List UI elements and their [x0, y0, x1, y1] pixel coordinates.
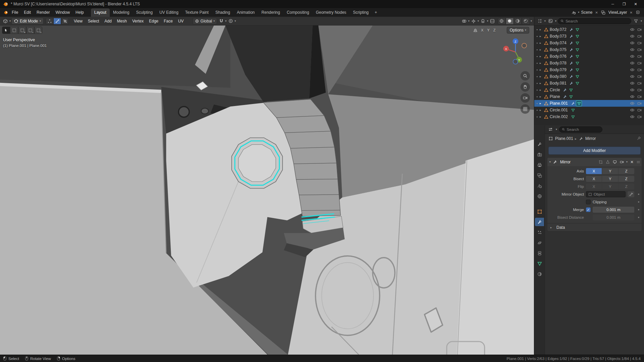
material-preview-button[interactable] [514, 18, 522, 24]
menu-window[interactable]: Window [53, 9, 72, 16]
workspace-tab-layout[interactable]: Layout [91, 8, 110, 17]
expand-chevron-icon[interactable]: ▸ [540, 95, 543, 98]
menu-mesh[interactable]: Mesh [115, 18, 129, 24]
outliner-row[interactable]: ▸Body.081 [534, 80, 644, 87]
object-name[interactable]: Plane.001 [550, 101, 568, 106]
toggle-perspective-grid-button[interactable] [521, 104, 530, 114]
object-name[interactable]: Body.078 [550, 61, 566, 65]
object-name[interactable]: Body.074 [550, 41, 566, 45]
axis-x-toggle[interactable]: X [480, 28, 485, 33]
properties-tab-tool[interactable] [535, 140, 544, 148]
workspace-tab-uv-editing[interactable]: UV Editing [156, 8, 182, 17]
breadcrumb-modifier-name[interactable]: Mirror [585, 136, 596, 141]
workspace-tab-texture-paint[interactable]: Texture Paint [182, 8, 212, 17]
solid-shading-button[interactable] [506, 18, 514, 24]
outliner-row[interactable]: ▸Body.078 [534, 60, 644, 66]
gizmos-toggle-icon[interactable] [470, 18, 477, 24]
modifier-wrench-icon[interactable] [569, 40, 574, 46]
pin-icon[interactable] [637, 136, 641, 141]
expand-chevron-icon[interactable]: ▸ [540, 108, 543, 112]
disable-render-camera-icon[interactable] [637, 54, 642, 59]
mode-dropdown[interactable]: Edit Mode ▾ [11, 18, 44, 24]
mesh-data-icon[interactable] [575, 54, 580, 59]
show-in-viewport-icon[interactable] [612, 159, 617, 165]
modifier-wrench-icon[interactable] [569, 47, 574, 52]
scene-dropdown-chevron-icon[interactable]: ▾ [578, 11, 579, 14]
disable-render-camera-icon[interactable] [637, 101, 642, 106]
selectability-visibility-icon[interactable] [461, 18, 467, 24]
hide-eye-icon[interactable] [630, 34, 635, 39]
modifier-wrench-icon[interactable] [569, 81, 574, 86]
menu-render[interactable]: Render [34, 9, 52, 16]
expand-chevron-icon[interactable]: ▸ [540, 102, 543, 105]
disable-render-camera-icon[interactable] [637, 60, 642, 66]
axis-x-button[interactable]: X [586, 168, 602, 174]
mesh-data-icon[interactable] [575, 74, 580, 79]
outliner-row-active[interactable]: ▸Plane.001 [534, 100, 644, 107]
filter-funnel-icon[interactable] [633, 18, 639, 24]
hide-eye-icon[interactable] [630, 81, 635, 86]
overlays-toggle-icon[interactable] [480, 18, 486, 24]
select-box-extend-button[interactable]: + [18, 27, 26, 34]
zoom-button[interactable] [521, 71, 530, 81]
wireframe-shading-button[interactable] [498, 18, 506, 24]
axis-z-button[interactable]: Z [618, 168, 634, 174]
properties-tab-particles[interactable] [535, 228, 544, 237]
flip-x-button[interactable]: X [586, 184, 602, 190]
modifier-wrench-icon[interactable] [569, 60, 574, 66]
snap-chevron-icon[interactable]: ▾ [225, 20, 227, 22]
outliner-row[interactable]: ▸Body.073 [534, 33, 644, 40]
clipping-label[interactable]: Clipping [593, 200, 607, 204]
modifier-wrench-icon[interactable] [569, 34, 574, 39]
properties-search-input[interactable] [567, 127, 600, 132]
hide-eye-icon[interactable] [630, 47, 635, 52]
disable-render-camera-icon[interactable] [637, 81, 642, 86]
menu-file[interactable]: File [9, 9, 21, 16]
show-on-cage-icon[interactable] [598, 159, 603, 165]
menu-view[interactable]: View [71, 18, 85, 24]
mirror-object-field[interactable]: Object [586, 191, 626, 197]
menu-uv[interactable]: UV [176, 18, 186, 24]
editor-type-chevron-icon[interactable]: ▾ [9, 20, 11, 22]
navigation-gizmo[interactable]: Z X Y [501, 37, 530, 66]
object-name[interactable]: Circle.002 [550, 114, 568, 119]
modifier-panel-header[interactable]: ▾ Mirror ▾ ✕ [547, 158, 642, 166]
disable-render-camera-icon[interactable] [637, 67, 642, 72]
object-name[interactable]: Plane [550, 94, 560, 99]
modifier-wrench-icon[interactable] [562, 87, 568, 93]
outliner-row[interactable]: ▸Body.080 [534, 73, 644, 80]
outliner-row[interactable]: ▸Body.079 [534, 66, 644, 73]
object-name[interactable]: Body.072 [550, 27, 566, 32]
outliner-row[interactable]: ▸Plane [534, 93, 644, 100]
properties-tab-constraints[interactable] [535, 249, 544, 257]
modifier-wrench-icon[interactable] [562, 94, 568, 99]
menu-edge[interactable]: Edge [147, 18, 161, 24]
mesh-data-icon[interactable] [568, 94, 574, 99]
object-name[interactable]: Body.079 [550, 67, 566, 72]
close-button[interactable]: ✕ [630, 0, 641, 8]
disable-render-camera-icon[interactable] [637, 27, 642, 32]
face-select-mode-button[interactable] [61, 18, 69, 24]
vertex-select-mode-button[interactable] [46, 18, 53, 24]
menu-edit[interactable]: Edit [21, 9, 34, 16]
workspace-tab-compositing[interactable]: Compositing [283, 8, 312, 17]
hide-eye-icon[interactable] [630, 54, 635, 59]
collapse-chevron-icon[interactable]: ▾ [549, 161, 551, 163]
rendered-shading-button[interactable] [522, 18, 530, 24]
disable-render-camera-icon[interactable] [637, 87, 642, 93]
merge-threshold-field[interactable]: 0.001 m [593, 207, 634, 213]
object-name[interactable]: Body.080 [550, 74, 566, 79]
browse-view-layer-icon[interactable] [600, 9, 607, 16]
properties-tab-scene[interactable] [535, 182, 544, 190]
breadcrumb-object-name[interactable]: Plane.001 [555, 136, 573, 141]
disable-render-camera-icon[interactable] [637, 114, 642, 119]
object-name[interactable]: Body.073 [550, 34, 566, 39]
disable-render-camera-icon[interactable] [637, 74, 642, 79]
blender-menu-icon[interactable] [2, 9, 9, 16]
properties-tab-output[interactable] [535, 161, 544, 169]
properties-search[interactable] [559, 126, 602, 133]
expand-chevron-icon[interactable]: ▸ [540, 68, 543, 71]
workspace-tab-scripting[interactable]: Scripting [350, 8, 372, 17]
gizmos-chevron-icon[interactable]: ▾ [478, 20, 479, 22]
visibility-chevron-icon[interactable]: ▾ [468, 20, 469, 22]
